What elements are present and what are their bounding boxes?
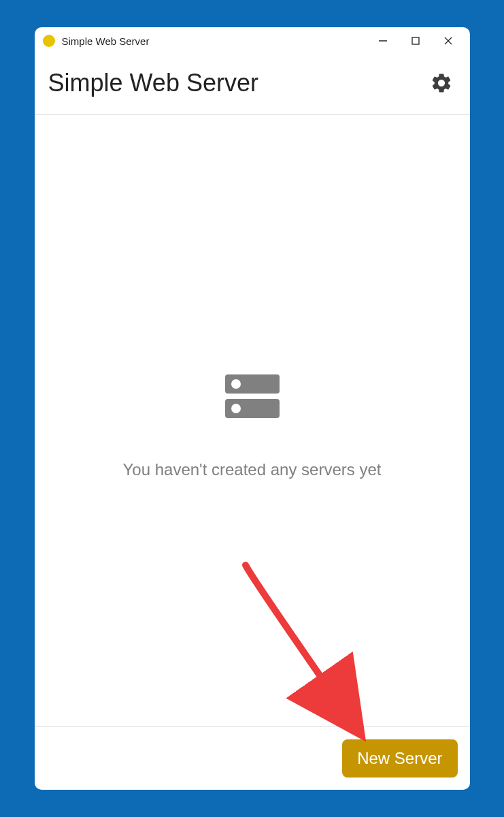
minimize-button[interactable] <box>367 27 399 54</box>
app-window: Simple Web Server Simple Web Server <box>35 27 470 790</box>
header: Simple Web Server <box>35 54 470 115</box>
maximize-button[interactable] <box>399 27 432 54</box>
titlebar-left: Simple Web Server <box>43 35 150 47</box>
server-empty-icon <box>218 362 286 433</box>
gear-icon <box>430 71 453 95</box>
svg-point-7 <box>231 404 241 413</box>
footer: New Server <box>35 726 470 790</box>
app-icon <box>43 35 55 47</box>
empty-state-message: You haven't created any servers yet <box>123 460 382 479</box>
titlebar: Simple Web Server <box>35 27 470 54</box>
minimize-icon <box>378 36 388 46</box>
maximize-icon <box>411 36 420 46</box>
page-title: Simple Web Server <box>48 69 258 97</box>
svg-rect-1 <box>412 37 419 44</box>
svg-point-5 <box>231 379 241 389</box>
close-icon <box>443 36 453 46</box>
window-controls <box>367 27 465 54</box>
content-area: You haven't created any servers yet <box>35 115 470 726</box>
titlebar-title: Simple Web Server <box>62 35 150 47</box>
new-server-button[interactable]: New Server <box>342 739 457 778</box>
settings-button[interactable] <box>426 68 456 98</box>
close-button[interactable] <box>432 27 465 54</box>
